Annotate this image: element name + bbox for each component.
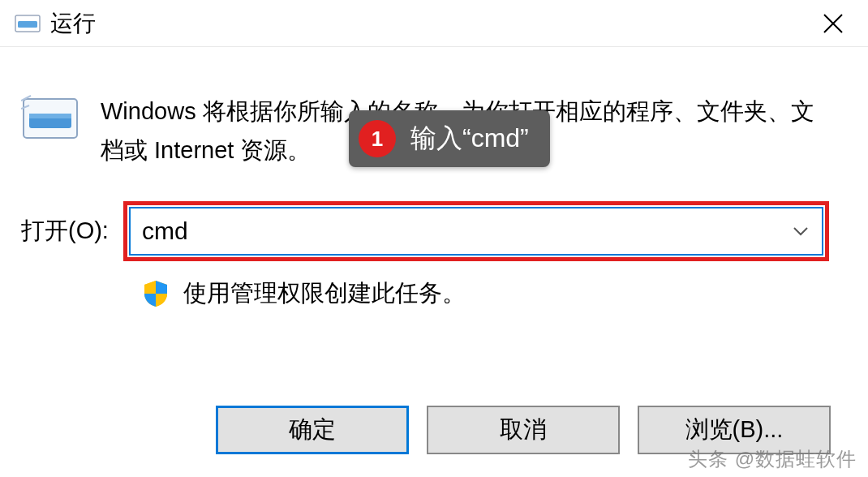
- watermark: 头条 @数据蛙软件: [688, 446, 857, 472]
- svg-rect-1: [18, 21, 37, 28]
- run-dialog-icon: [15, 13, 41, 34]
- annotation-callout: 1 输入“cmd”: [349, 110, 550, 167]
- callout-text: 输入“cmd”: [410, 121, 529, 157]
- combobox-value: cmd: [142, 217, 791, 245]
- highlight-box: cmd: [123, 201, 829, 261]
- window-title: 运行: [50, 8, 813, 39]
- input-row: 打开(O): cmd: [0, 201, 868, 261]
- ok-button[interactable]: 确定: [216, 406, 409, 454]
- callout-number: 1: [359, 120, 396, 157]
- admin-row: 使用管理权限创建此任务。: [0, 277, 868, 310]
- open-combobox[interactable]: cmd: [129, 207, 823, 256]
- close-button[interactable]: [813, 3, 853, 44]
- run-icon: [21, 92, 79, 144]
- shield-icon: [141, 279, 170, 308]
- close-icon: [823, 13, 844, 34]
- admin-note: 使用管理权限创建此任务。: [183, 277, 466, 310]
- cancel-button[interactable]: 取消: [427, 406, 620, 454]
- titlebar: 运行: [0, 0, 868, 47]
- chevron-down-icon: [791, 221, 810, 241]
- open-label: 打开(O):: [21, 215, 109, 247]
- svg-rect-6: [29, 114, 71, 118]
